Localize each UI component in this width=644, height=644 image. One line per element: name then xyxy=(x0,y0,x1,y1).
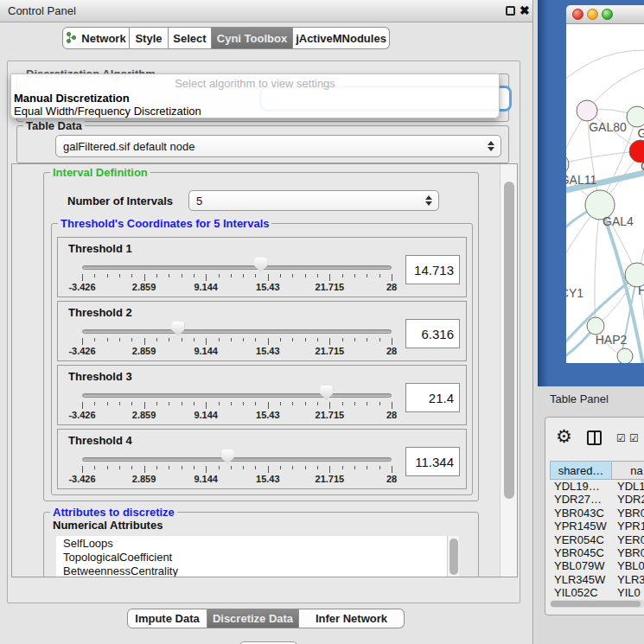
bottom-tab-bar: Impute DataDiscretize DataInfer Network xyxy=(127,609,405,628)
tab-style[interactable]: Style xyxy=(130,27,169,49)
network-node[interactable] xyxy=(566,154,569,175)
zoom-traffic-light-icon[interactable] xyxy=(602,9,613,20)
attribute-list-item[interactable]: BetweennessCentrality xyxy=(56,564,447,577)
slider-track[interactable] xyxy=(82,457,392,462)
node-label: GAL80 xyxy=(589,120,627,134)
slider-track[interactable] xyxy=(82,329,392,334)
top-tab-bar: NetworkStyleSelectCyni ToolboxjActiveMNo… xyxy=(62,27,390,49)
table-row[interactable]: YBR043CYBR0 xyxy=(550,507,644,520)
num-intervals-combobox[interactable]: 5 xyxy=(188,190,439,211)
table-cell: YDR2 xyxy=(612,493,644,506)
table-data-combobox[interactable]: galFiltered.sif default node xyxy=(55,135,501,157)
table-cell: YDL19… xyxy=(550,480,612,493)
network-window-titlebar[interactable] xyxy=(566,5,644,24)
settings-scrollbar-thumb[interactable] xyxy=(504,182,514,499)
minimize-traffic-light-icon[interactable] xyxy=(587,9,598,20)
table-cell: YPR145W xyxy=(550,520,612,532)
close-icon[interactable]: ✖ xyxy=(520,3,530,17)
threshold-value-field[interactable]: 11.344 xyxy=(405,447,460,476)
network-node[interactable] xyxy=(627,106,644,127)
checkbox-icon[interactable]: ☑ xyxy=(616,432,626,444)
table-row[interactable]: YPR145WYPR1 xyxy=(550,520,644,532)
network-view-window: GAL80G.CGAL11GAL4GCY1HHAP2 xyxy=(538,0,644,386)
float-window-icon[interactable] xyxy=(506,6,515,16)
algorithm-option[interactable]: Manual Discretization xyxy=(14,92,130,105)
threshold-value-field[interactable]: 14.713 xyxy=(405,255,460,284)
network-canvas[interactable]: GAL80G.CGAL11GAL4GCY1HHAP2 xyxy=(566,24,644,363)
node-label: HAP2 xyxy=(596,333,628,347)
split-column-icon[interactable] xyxy=(587,430,602,445)
slider-track[interactable] xyxy=(82,265,392,270)
network-icon xyxy=(66,32,77,44)
table-header-row[interactable]: shared…na xyxy=(550,461,644,480)
table-cell: YIL0 xyxy=(612,586,644,599)
node-label: H xyxy=(638,284,644,297)
table-row[interactable]: YER054CYER0 xyxy=(550,533,644,546)
table-row[interactable]: YLR345WYLR3 xyxy=(550,573,644,586)
table-scrollbar-thumb[interactable] xyxy=(551,601,641,607)
tab-label: jActiveMNodules xyxy=(296,32,386,45)
network-node[interactable] xyxy=(617,348,633,363)
network-node[interactable] xyxy=(577,100,597,121)
network-edge[interactable] xyxy=(566,50,644,93)
checkbox-icon[interactable]: ☑ xyxy=(629,432,639,444)
table-panel: ⚙ ☑ ☑ shared…na YDL19…YDL1YDR27…YDR2YBR0… xyxy=(545,417,644,615)
table-row[interactable]: YBL079WYBL0 xyxy=(550,559,644,572)
node-attribute-table[interactable]: shared…na YDL19…YDL1YDR27…YDR2YBR043CYBR… xyxy=(550,461,644,600)
node-label: GCY1 xyxy=(566,286,583,300)
table-horizontal-scrollbar[interactable] xyxy=(550,600,644,608)
interval-definition-group: Interval Definition Number of Intervals … xyxy=(43,172,479,501)
threshold-panel: Threshold 2-3.4262.8599.14415.4321.71528… xyxy=(57,301,467,361)
network-node[interactable] xyxy=(587,317,604,335)
network-edge[interactable] xyxy=(587,63,644,111)
table-cell: YPR1 xyxy=(612,520,644,532)
slider-thumb[interactable] xyxy=(221,450,234,464)
slider-ticks xyxy=(82,402,392,410)
tab-label: Style xyxy=(135,32,162,45)
tab-infer-network[interactable]: Infer Network xyxy=(299,609,405,628)
slider-thumb[interactable] xyxy=(320,386,333,400)
list-scrollbar-thumb[interactable] xyxy=(450,539,458,575)
tab-discretize-data[interactable]: Discretize Data xyxy=(207,609,299,628)
tab-select[interactable]: Select xyxy=(169,27,212,49)
threshold-value-field[interactable]: 6.316 xyxy=(405,319,460,348)
tab-network[interactable]: Network xyxy=(62,27,130,49)
group-label: Attributes to discretize xyxy=(50,506,177,519)
settings-scrollbar[interactable] xyxy=(500,164,518,577)
numerical-attributes-label: Numerical Attributes xyxy=(53,519,163,532)
slider-tick-labels: -3.4262.8599.14415.4321.71528 xyxy=(82,346,392,357)
numerical-attributes-list[interactable]: SelfLoopsTopologicalCoefficientBetweenne… xyxy=(56,536,447,577)
gear-icon[interactable]: ⚙ xyxy=(556,426,572,447)
right-section: GAL80G.CGAL11GAL4GCY1HHAP2 Table Panel ⚙… xyxy=(534,0,644,644)
list-scrollbar[interactable] xyxy=(447,536,459,577)
table-row[interactable]: YIL052CYIL0 xyxy=(550,586,644,599)
threshold-panel: Threshold 4-3.4262.8599.14415.4321.71528… xyxy=(57,429,467,489)
slider-tick-labels: -3.4262.8599.14415.4321.71528 xyxy=(82,282,392,293)
attribute-list-item[interactable]: SelfLoops xyxy=(56,536,447,550)
threshold-label: Threshold 1 xyxy=(68,242,132,255)
group-label: Interval Definition xyxy=(50,166,150,179)
slider-tick-labels: -3.4262.8599.14415.4321.71528 xyxy=(82,474,392,485)
table-data-group: Table Data galFiltered.sif default node xyxy=(16,125,509,163)
table-row[interactable]: YBR045CYBR0 xyxy=(550,546,644,559)
tab-jactivemnodules[interactable]: jActiveMNodules xyxy=(293,27,390,49)
column-header[interactable]: na xyxy=(612,461,644,480)
slider-track[interactable] xyxy=(82,393,392,398)
tab-cyni-toolbox[interactable]: Cyni Toolbox xyxy=(212,27,293,49)
attribute-list-item[interactable]: TopologicalCoefficient xyxy=(56,550,447,564)
threshold-value-field[interactable]: 21.4 xyxy=(405,383,460,412)
slider-ticks xyxy=(82,274,392,282)
attributes-group: Attributes to discretize Numerical Attri… xyxy=(43,512,479,577)
table-cell: YBR0 xyxy=(612,507,644,520)
algorithm-option[interactable]: Equal Width/Frequency Discretization xyxy=(14,105,201,118)
slider-thumb[interactable] xyxy=(171,322,184,336)
tab-label: Infer Network xyxy=(316,612,387,625)
table-row[interactable]: YDL19…YDL1 xyxy=(550,480,644,493)
tab-impute-data[interactable]: Impute Data xyxy=(127,609,207,628)
slider-thumb[interactable] xyxy=(254,258,267,272)
node-label: G. xyxy=(638,126,644,140)
table-panel-toolbar: ⚙ ☑ ☑ xyxy=(545,418,644,459)
column-header[interactable]: shared… xyxy=(550,461,612,480)
close-traffic-light-icon[interactable] xyxy=(572,9,583,20)
table-row[interactable]: YDR27…YDR2 xyxy=(550,493,644,506)
